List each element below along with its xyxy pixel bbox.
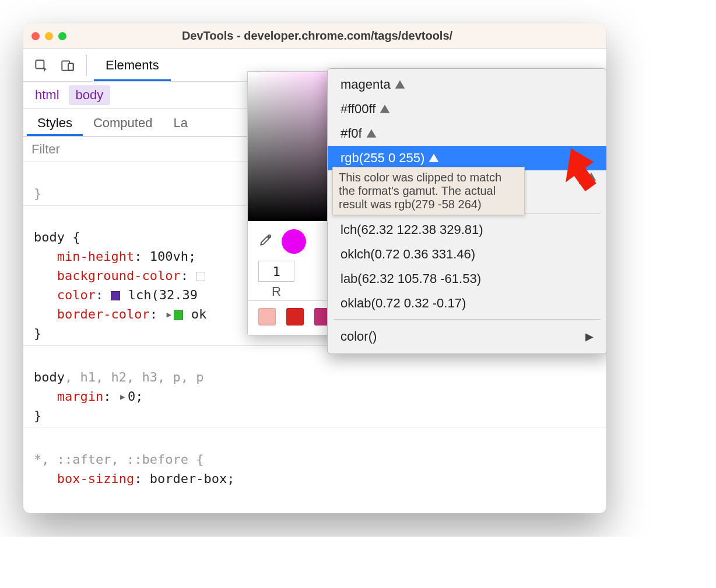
menu-item-label: #ff00ff <box>341 102 375 117</box>
menu-item-label: #f0f <box>341 126 362 141</box>
menu-item-color-fn[interactable]: color() ▶ <box>328 323 606 350</box>
window-controls <box>31 32 66 40</box>
rule-close: } <box>34 326 41 341</box>
rule-selector[interactable]: body { <box>34 230 80 244</box>
color-format-menu: magenta#ff00ff#f0frgb(255 0 255) ) hwb(3… <box>327 68 606 354</box>
color-swatch[interactable] <box>174 310 183 320</box>
color-picker-popup: 1 R ▲ ▼ magenta#ff00ff#f0frgb(255 0 255)… <box>247 71 605 335</box>
css-prop[interactable]: min-height <box>57 249 134 264</box>
warning-icon <box>428 152 440 164</box>
color-swatch[interactable] <box>111 291 120 300</box>
css-prop[interactable]: background-color <box>57 268 181 283</box>
color-format-menu-item[interactable]: magenta <box>328 72 606 97</box>
channel-label-r: R <box>258 284 294 299</box>
devtools-window: DevTools - developer.chrome.com/tags/dev… <box>23 23 606 513</box>
close-window-button[interactable] <box>31 32 40 40</box>
inspect-element-icon[interactable] <box>29 54 52 77</box>
css-value[interactable]: ok <box>191 307 207 321</box>
window-title: DevTools - developer.chrome.com/tags/dev… <box>72 29 562 43</box>
css-value[interactable]: 100vh <box>150 249 188 264</box>
css-prop[interactable]: border-color <box>57 307 150 321</box>
palette-swatch[interactable] <box>258 308 276 326</box>
chevron-right-icon: ▶ <box>585 330 594 343</box>
css-value[interactable]: 0 <box>128 389 135 404</box>
expand-triangle-icon[interactable]: ▸ <box>111 387 127 406</box>
gamut-clip-tooltip: This color was clipped to match the form… <box>332 167 525 215</box>
menu-item-label: oklab(0.72 0.32 -0.17) <box>341 296 466 311</box>
palette-swatch[interactable] <box>286 308 304 326</box>
svg-rect-2 <box>68 63 73 70</box>
warning-icon <box>366 128 377 139</box>
toolbar-divider <box>86 55 87 76</box>
color-format-menu-item[interactable]: oklab(0.72 0.32 -0.17) <box>328 291 606 316</box>
css-prop[interactable]: color <box>57 288 96 302</box>
subtab-layout[interactable]: La <box>163 108 198 136</box>
menu-divider <box>334 319 601 320</box>
current-color-swatch[interactable] <box>282 229 306 254</box>
minimize-window-button[interactable] <box>45 32 53 40</box>
subtab-computed[interactable]: Computed <box>83 108 163 136</box>
rule-close: } <box>34 408 41 423</box>
css-prop[interactable]: box-sizing <box>57 471 134 486</box>
menu-item-label: magenta <box>341 77 391 92</box>
color-format-menu-item[interactable]: #ff00ff <box>328 97 606 121</box>
titlebar: DevTools - developer.chrome.com/tags/dev… <box>23 23 606 49</box>
zoom-window-button[interactable] <box>58 32 66 40</box>
tab-elements[interactable]: Elements <box>94 50 171 81</box>
menu-item-label: lab(62.32 105.78 -61.53) <box>341 271 481 286</box>
breadcrumb-html[interactable]: html <box>28 85 66 105</box>
rule-close: } <box>34 186 41 201</box>
color-format-menu-item[interactable]: lch(62.32 122.38 329.81) <box>328 218 606 242</box>
warning-icon <box>379 103 391 115</box>
rule-selector[interactable]: body, h1, h2, h3, p, p <box>34 370 203 384</box>
menu-item-label: rgb(255 0 255) <box>341 150 424 166</box>
css-value[interactable]: lch(32.39 <box>128 288 205 302</box>
rule-selector[interactable]: *, ::after, ::before { <box>34 452 203 467</box>
breadcrumb-body[interactable]: body <box>69 85 111 105</box>
menu-item-label: lch(62.32 122.38 329.81) <box>341 222 483 237</box>
expand-triangle-icon[interactable]: ▸ <box>157 304 173 324</box>
menu-item-label: oklch(0.72 0.36 331.46) <box>341 247 475 262</box>
color-format-menu-item[interactable]: lab(62.32 105.78 -61.53) <box>328 267 606 291</box>
color-swatch[interactable] <box>196 272 205 281</box>
alpha-input[interactable]: 1 <box>258 261 294 282</box>
eyedropper-icon[interactable] <box>258 232 273 251</box>
css-value[interactable]: border-box <box>150 471 227 486</box>
css-prop[interactable]: margin <box>57 389 103 404</box>
subtab-styles[interactable]: Styles <box>27 108 83 136</box>
warning-icon <box>394 79 406 90</box>
annotation-arrow-icon <box>551 141 606 200</box>
color-format-menu-item[interactable]: oklch(0.72 0.36 331.46) <box>328 242 606 267</box>
device-toolbar-icon[interactable] <box>56 54 79 77</box>
